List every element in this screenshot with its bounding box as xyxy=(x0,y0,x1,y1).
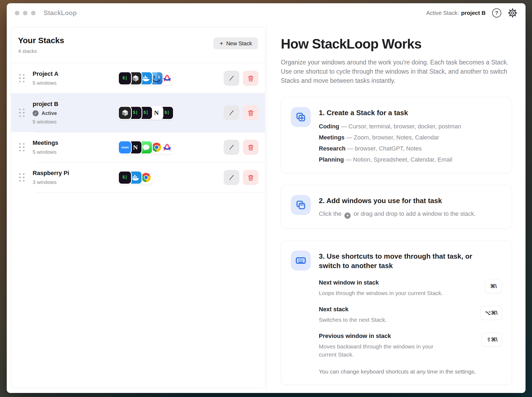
delete-stack-button[interactable] xyxy=(243,140,258,155)
cursor-icon xyxy=(129,72,141,84)
chrome-icon xyxy=(140,172,152,184)
stacks-card: Your Stacks 4 stacks + New Stack Project… xyxy=(11,27,265,388)
add-circle-icon: + xyxy=(344,213,351,219)
app-window: StackLoop Active Stack: project B ? xyxy=(7,3,526,393)
drag-handle-icon[interactable] xyxy=(19,143,25,152)
drag-handle-icon[interactable] xyxy=(19,109,25,117)
trash-icon xyxy=(247,75,254,82)
finder-icon xyxy=(150,72,163,84)
trash-icon xyxy=(247,109,254,117)
minimize-button[interactable] xyxy=(23,11,27,15)
notion-icon: N xyxy=(150,107,163,119)
traffic-lights xyxy=(15,11,36,15)
stacks-pane: Your Stacks 4 stacks + New Stack Project… xyxy=(7,23,267,393)
gear-icon xyxy=(508,8,517,18)
active-label: Active xyxy=(42,110,57,116)
step-text: Click the + or drag and drop to add a wi… xyxy=(319,210,502,219)
edit-stack-button[interactable] xyxy=(224,71,239,86)
pencil-icon xyxy=(228,174,235,181)
active-stack-label: Active Stack: xyxy=(426,10,459,16)
chrome-icon xyxy=(150,141,163,153)
shortcut-row: Next stack Switches to the next Stack. ⌥… xyxy=(319,306,502,324)
stack-row[interactable]: Raspberry Pi ✓ 3 windows $| xyxy=(11,162,265,193)
stack-window-count: 3 windows xyxy=(33,179,118,185)
drag-handle-icon[interactable] xyxy=(19,173,25,182)
terminal-icon: $| xyxy=(140,107,152,119)
delete-stack-button[interactable] xyxy=(243,170,258,185)
stacks-count: 4 stacks xyxy=(18,48,64,54)
shortcut-row: Next window in stack Loops through the w… xyxy=(319,279,502,297)
shortcuts-settings-note: You can change keyboard shortcuts at any… xyxy=(319,368,502,375)
drag-handle-icon[interactable] xyxy=(19,74,25,83)
trash-icon xyxy=(247,144,254,151)
arc-icon xyxy=(161,72,173,84)
plus-icon: + xyxy=(219,40,223,47)
guide-title: How StackLoop Works xyxy=(281,36,512,52)
active-stack-value: project B xyxy=(461,10,486,16)
stack-app-icons: $| xyxy=(118,72,224,84)
keyboard-icon xyxy=(291,251,311,271)
shortcut-name: Next window in stack xyxy=(319,279,443,286)
stack-name: Project A xyxy=(33,70,118,77)
active-stack-indicator: Active Stack: project B xyxy=(426,10,486,16)
stack-window-count: 5 windows xyxy=(33,149,118,155)
shortcut-desc: Moves backward through the windows in yo… xyxy=(319,343,448,359)
edit-stack-button[interactable] xyxy=(224,170,239,185)
settings-button[interactable] xyxy=(508,8,517,18)
zoom-button[interactable] xyxy=(31,11,36,15)
terminal-icon: $| xyxy=(129,107,141,119)
shortcut-name: Previous window in stack xyxy=(319,333,448,340)
new-stack-button[interactable]: + New Stack xyxy=(213,37,258,49)
zoom-icon: zoom xyxy=(119,141,131,153)
notion-dark-icon: N xyxy=(129,141,141,153)
terminal-icon: $| xyxy=(119,172,131,184)
shortcut-name: Next stack xyxy=(319,306,387,313)
edit-stack-button[interactable] xyxy=(224,140,239,155)
delete-stack-button[interactable] xyxy=(243,105,258,120)
stack-row[interactable]: Project A ✓ 5 windows $| xyxy=(11,63,265,93)
stack-example: Meetings — Zoom, browser, Notes, Calenda… xyxy=(319,134,502,141)
stack-name: Raspberry Pi xyxy=(33,170,118,177)
messages-icon xyxy=(140,141,152,153)
app-title: StackLoop xyxy=(44,9,77,17)
stack-row[interactable]: Meetings ✓ 5 windows zoomN xyxy=(11,132,265,162)
delete-stack-button[interactable] xyxy=(243,71,258,86)
titlebar: StackLoop Active Stack: project B ? xyxy=(7,3,526,23)
stacks-panel-title: Your Stacks xyxy=(18,36,64,45)
stack-window-count: 5 windows xyxy=(33,119,118,125)
stack-example: Research — browser, ChatGPT, Notes xyxy=(319,145,502,152)
stack-app-icons: $| xyxy=(118,172,224,184)
stack-list: Project A ✓ 5 windows $| xyxy=(11,63,265,388)
help-button[interactable]: ? xyxy=(492,8,501,18)
step-card-add-windows: 2. Add windows you use for that task Cli… xyxy=(281,185,512,229)
guide-intro: Organize your windows around the work yo… xyxy=(281,58,512,85)
shortcut-key-badge: ⌘\ xyxy=(485,279,502,293)
active-badge: ✓ Active xyxy=(33,110,118,116)
stack-row[interactable]: project B ✓ Active 5 windows $|$|N$| xyxy=(11,93,265,132)
add-windows-icon xyxy=(291,195,311,215)
stack-example: Planning — Notion, Spreadsheet, Calendar… xyxy=(319,156,502,163)
docker-icon xyxy=(129,172,141,184)
shortcut-key-badge: ⌥⌘\ xyxy=(480,306,502,320)
guide-pane: How StackLoop Works Organize your window… xyxy=(267,23,526,393)
shortcut-desc: Loops through the windows in your curren… xyxy=(319,289,443,297)
trash-icon xyxy=(247,174,254,181)
stack-window-count: 5 windows xyxy=(33,80,118,86)
stack-example: Coding — Cursor, terminal, browser, dock… xyxy=(319,123,502,130)
step-card-create-stack: 1. Create a Stack for a task Coding — Cu… xyxy=(281,97,512,173)
edit-stack-button[interactable] xyxy=(224,105,239,120)
step-card-shortcuts: 3. Use shortcuts to move through that ta… xyxy=(281,241,512,385)
step-title: 1. Create a Stack for a task xyxy=(319,108,491,118)
stack-app-icons: $|$|N$| xyxy=(118,107,224,119)
arc-icon xyxy=(161,141,173,153)
create-stack-icon xyxy=(291,107,311,127)
shortcut-desc: Switches to the next Stack. xyxy=(319,316,387,324)
question-mark-icon: ? xyxy=(495,10,498,16)
stack-name: Meetings xyxy=(33,139,118,146)
close-button[interactable] xyxy=(15,11,19,15)
step-title: 3. Use shortcuts to move through that ta… xyxy=(319,252,491,271)
step-title: 2. Add windows you use for that task xyxy=(319,196,491,206)
stack-name: project B xyxy=(33,101,118,108)
shortcut-row: Previous window in stack Moves backward … xyxy=(319,333,502,359)
active-check-icon: ✓ xyxy=(33,110,39,116)
